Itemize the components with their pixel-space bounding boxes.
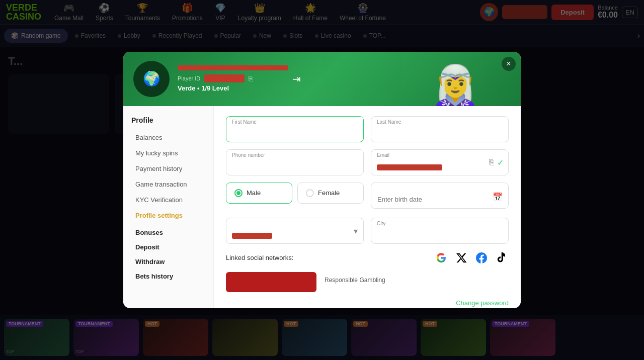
save-bar-placeholder: [226, 272, 316, 292]
sidebar-group-bonuses[interactable]: Bonuses: [131, 224, 205, 238]
modal-sidebar: Profile Balances My lucky spins Payment …: [123, 106, 214, 308]
male-label: Male: [247, 189, 261, 197]
player-avatar: 🌍: [133, 61, 170, 97]
sidebar-item-profile-settings[interactable]: Profile settings: [131, 208, 205, 223]
change-password-row: Change password: [226, 299, 509, 307]
male-radio[interactable]: Male: [226, 183, 292, 204]
xp-bar: [178, 65, 288, 70]
male-radio-circle: [234, 189, 243, 197]
player-info: Player ID ⎘ Verde • 1/9 Level: [178, 65, 288, 92]
copy-icon[interactable]: ⎘: [249, 74, 253, 82]
sidebar-item-kyc[interactable]: KYC Verification: [131, 193, 205, 207]
birth-date-input[interactable]: [371, 183, 509, 209]
character-illustration: 🧝‍♀️: [430, 66, 480, 106]
google-icon[interactable]: [434, 251, 448, 265]
player-level: Verde • 1/9 Level: [178, 84, 288, 92]
player-id-row: Player ID ⎘: [178, 74, 288, 82]
country-redacted-bar: [232, 233, 272, 239]
sidebar-item-game-transaction[interactable]: Game transaction: [131, 177, 205, 192]
player-id-value: [204, 74, 245, 82]
logout-icon[interactable]: ⇥: [292, 73, 301, 85]
sidebar-profile-title: Profile: [131, 116, 205, 124]
profile-modal: 🌍 Player ID ⎘ Verde • 1/9 Level ⇥ 🧝‍♀️ ×…: [123, 52, 521, 308]
email-action-icons: ⎘ ✓: [489, 157, 504, 167]
birth-date-group: 📅: [371, 183, 509, 211]
email-group: Email ⎘ ✓: [371, 149, 509, 175]
sidebar-group-withdraw[interactable]: Withdraw: [131, 253, 205, 267]
female-label: Female: [318, 189, 340, 197]
city-label: City: [377, 221, 385, 226]
social-networks-row: Linked social networks:: [226, 251, 509, 265]
email-verify-icon: ✓: [497, 157, 504, 167]
female-radio[interactable]: Female: [297, 183, 364, 204]
facebook-icon[interactable]: [474, 251, 489, 265]
gender-birth-row: Male Female 📅: [226, 183, 509, 211]
sidebar-item-lucky-spins[interactable]: My lucky spins: [131, 146, 205, 160]
calendar-icon[interactable]: 📅: [493, 192, 503, 201]
email-copy-icon[interactable]: ⎘: [489, 158, 494, 167]
responsible-gambling-link[interactable]: Responsible Gambling: [325, 277, 385, 284]
sidebar-item-balances[interactable]: Balances: [131, 130, 205, 145]
modal-body: Profile Balances My lucky spins Payment …: [123, 106, 521, 308]
save-responsible-row: Responsible Gambling: [226, 272, 509, 295]
sidebar-item-payment-history[interactable]: Payment history: [131, 161, 205, 176]
twitter-x-icon[interactable]: [454, 251, 468, 265]
email-redacted-bar: [377, 164, 442, 170]
tiktok-icon[interactable]: [495, 251, 509, 265]
modal-overlay: 🌍 Player ID ⎘ Verde • 1/9 Level ⇥ 🧝‍♀️ ×…: [0, 0, 644, 360]
phone-label: Phone number: [232, 152, 265, 158]
female-radio-circle: [306, 189, 314, 197]
country-group: Country of residence: [226, 218, 364, 244]
social-icons: [434, 251, 509, 265]
last-name-group: Last Name: [371, 116, 509, 142]
email-input[interactable]: [371, 149, 509, 175]
city-group: City: [371, 218, 509, 244]
social-label: Linked social networks:: [226, 254, 293, 261]
sidebar-group-bets[interactable]: Bets history: [131, 267, 205, 282]
modal-header: 🌍 Player ID ⎘ Verde • 1/9 Level ⇥ 🧝‍♀️ ×: [123, 52, 521, 106]
sidebar-group-deposit[interactable]: Deposit: [131, 238, 205, 253]
country-select[interactable]: [226, 218, 364, 244]
country-city-row: Country of residence City: [226, 218, 509, 244]
close-modal-button[interactable]: ×: [502, 57, 516, 71]
first-name-group: First Name: [226, 116, 364, 142]
last-name-label: Last Name: [377, 119, 401, 125]
modal-form: First Name Last Name Phone number: [214, 106, 521, 308]
change-password-link[interactable]: Change password: [456, 299, 509, 307]
gender-group: Male Female: [226, 183, 364, 204]
first-name-label: First Name: [232, 119, 257, 125]
email-label: Email: [377, 152, 389, 158]
name-row: First Name Last Name: [226, 116, 509, 142]
phone-email-row: Phone number Email ⎘ ✓: [226, 149, 509, 175]
phone-group: Phone number: [226, 149, 364, 175]
player-id-label: Player ID: [178, 75, 200, 81]
city-input[interactable]: [371, 218, 509, 244]
